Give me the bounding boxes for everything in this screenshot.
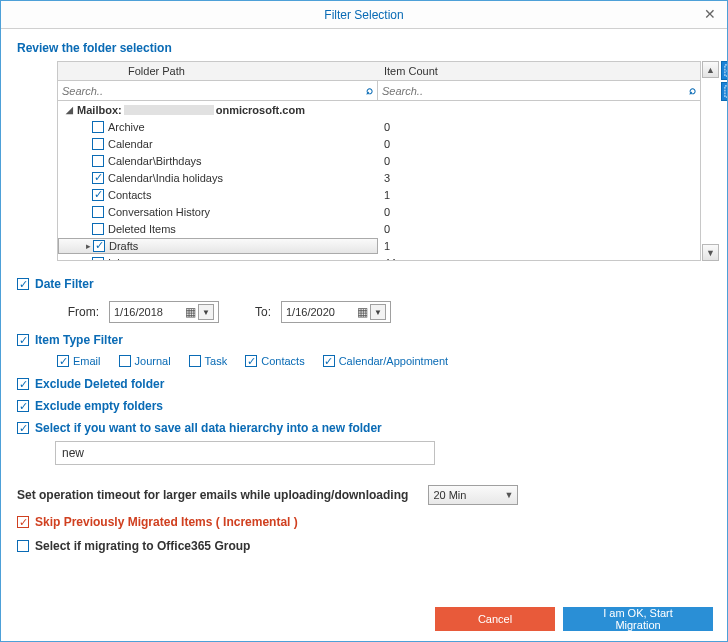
- row-checkbox[interactable]: [92, 189, 104, 201]
- from-date-value: 1/16/2018: [114, 306, 163, 318]
- row-label: Contacts: [108, 189, 151, 201]
- tree-row[interactable]: Contacts1: [58, 186, 700, 203]
- date-filter-label: Date Filter: [35, 277, 94, 291]
- row-label: Calendar\Birthdays: [108, 155, 202, 167]
- save-hierarchy-checkbox[interactable]: [17, 422, 29, 434]
- item-type-calendarappointment[interactable]: Calendar/Appointment: [323, 355, 448, 367]
- item-type-label: Email: [73, 355, 101, 367]
- close-button[interactable]: ✕: [699, 4, 721, 24]
- from-date-input[interactable]: 1/16/2018 ▦ ▼: [109, 301, 219, 323]
- chevron-down-icon: ▼: [504, 490, 513, 500]
- tree-row[interactable]: Calendar\Birthdays0: [58, 152, 700, 169]
- exclude-empty-checkbox[interactable]: [17, 400, 29, 412]
- row-label: Archive: [108, 121, 145, 133]
- row-checkbox[interactable]: [92, 121, 104, 133]
- folder-tree: Folder Path Item Count ⌕ ⌕ ◢ Mailbox:onm…: [57, 61, 701, 261]
- row-checkbox[interactable]: [92, 155, 104, 167]
- exclude-empty-label: Exclude empty folders: [35, 399, 163, 413]
- item-type-checkbox[interactable]: [189, 355, 201, 367]
- row-checkbox[interactable]: [92, 138, 104, 150]
- to-label: To:: [229, 305, 271, 319]
- tree-row[interactable]: Calendar\India holidays3: [58, 169, 700, 186]
- search-icon[interactable]: ⌕: [689, 83, 696, 97]
- row-label: Calendar\India holidays: [108, 172, 223, 184]
- chevron-down-icon[interactable]: ▼: [198, 304, 214, 320]
- new-folder-input[interactable]: new: [55, 441, 435, 465]
- item-type-checkbox[interactable]: [323, 355, 335, 367]
- timeout-select[interactable]: 20 Min ▼: [428, 485, 518, 505]
- scroll-down-button[interactable]: ▼: [702, 244, 719, 261]
- row-label: Calendar: [108, 138, 153, 150]
- tree-row[interactable]: ▸Drafts1: [58, 237, 700, 254]
- to-date-input[interactable]: 1/16/2020 ▦ ▼: [281, 301, 391, 323]
- item-types-row: EmailJournalTaskContactsCalendar/Appoint…: [57, 355, 711, 367]
- calendar-icon: ▦: [357, 305, 368, 319]
- item-type-email[interactable]: Email: [57, 355, 101, 367]
- exclude-deleted-checkbox[interactable]: [17, 378, 29, 390]
- timeout-value: 20 Min: [433, 489, 466, 501]
- col-folder-path[interactable]: Folder Path: [58, 65, 378, 77]
- review-label: Review the folder selection: [17, 41, 711, 55]
- item-type-label: Calendar/Appointment: [339, 355, 448, 367]
- mailbox-row[interactable]: ◢ Mailbox:onmicrosoft.com: [58, 101, 700, 118]
- item-type-task[interactable]: Task: [189, 355, 228, 367]
- row-label: Inbox: [108, 257, 135, 262]
- item-type-checkbox[interactable]: [245, 355, 257, 367]
- item-type-contacts[interactable]: Contacts: [245, 355, 304, 367]
- titlebar: Filter Selection ✕: [1, 1, 727, 29]
- row-count: 44: [378, 257, 700, 262]
- row-count: 3: [378, 172, 700, 184]
- cancel-button[interactable]: Cancel: [435, 607, 555, 631]
- tree-body[interactable]: ◢ Mailbox:onmicrosoft.comArchive0Calenda…: [57, 101, 701, 261]
- item-type-checkbox[interactable]: [119, 355, 131, 367]
- to-date-value: 1/16/2020: [286, 306, 335, 318]
- search-icon[interactable]: ⌕: [366, 83, 373, 97]
- item-type-filter-checkbox[interactable]: [17, 334, 29, 346]
- item-type-journal[interactable]: Journal: [119, 355, 171, 367]
- item-type-label: Contacts: [261, 355, 304, 367]
- uncheck-all-button[interactable]: [721, 82, 728, 101]
- row-checkbox[interactable]: [92, 257, 104, 262]
- exclude-deleted-label: Exclude Deleted folder: [35, 377, 164, 391]
- item-type-filter-label: Item Type Filter: [35, 333, 123, 347]
- row-label: Deleted Items: [108, 223, 176, 235]
- col-item-count[interactable]: Item Count: [378, 65, 700, 77]
- row-label: Conversation History: [108, 206, 210, 218]
- check-all-button[interactable]: [721, 61, 728, 80]
- timeout-label: Set operation timeout for larger emails …: [17, 488, 408, 502]
- tree-row[interactable]: Archive0: [58, 118, 700, 135]
- item-type-checkbox[interactable]: [57, 355, 69, 367]
- row-count: 0: [378, 206, 700, 218]
- new-folder-value: new: [62, 446, 84, 460]
- tree-header: Folder Path Item Count: [57, 61, 701, 81]
- search-folder-input[interactable]: [58, 82, 377, 100]
- row-count: 0: [378, 223, 700, 235]
- start-migration-button[interactable]: I am OK, Start Migration: [563, 607, 713, 631]
- search-count-input[interactable]: [378, 82, 700, 100]
- row-checkbox[interactable]: [92, 206, 104, 218]
- row-checkbox[interactable]: [92, 223, 104, 235]
- row-checkbox[interactable]: [92, 172, 104, 184]
- side-buttons: [721, 61, 728, 103]
- tree-row[interactable]: Conversation History0: [58, 203, 700, 220]
- row-count: 1: [378, 240, 700, 252]
- date-filter-checkbox[interactable]: [17, 278, 29, 290]
- from-label: From:: [57, 305, 99, 319]
- row-count: 0: [378, 138, 700, 150]
- tree-row[interactable]: Inbox44: [58, 254, 700, 261]
- scrollbar-vertical[interactable]: ▲ ▼: [702, 61, 719, 261]
- row-count: 1: [378, 189, 700, 201]
- skip-migrated-checkbox[interactable]: [17, 516, 29, 528]
- row-checkbox[interactable]: [93, 240, 105, 252]
- row-count: 0: [378, 121, 700, 133]
- skip-migrated-label: Skip Previously Migrated Items ( Increme…: [35, 515, 298, 529]
- item-type-label: Journal: [135, 355, 171, 367]
- row-label: Drafts: [109, 240, 138, 252]
- chevron-down-icon[interactable]: ▼: [370, 304, 386, 320]
- window-title: Filter Selection: [324, 8, 403, 22]
- o365-group-checkbox[interactable]: [17, 540, 29, 552]
- tree-row[interactable]: Calendar0: [58, 135, 700, 152]
- tree-row[interactable]: Deleted Items0: [58, 220, 700, 237]
- scroll-up-button[interactable]: ▲: [702, 61, 719, 78]
- o365-group-label: Select if migrating to Office365 Group: [35, 539, 250, 553]
